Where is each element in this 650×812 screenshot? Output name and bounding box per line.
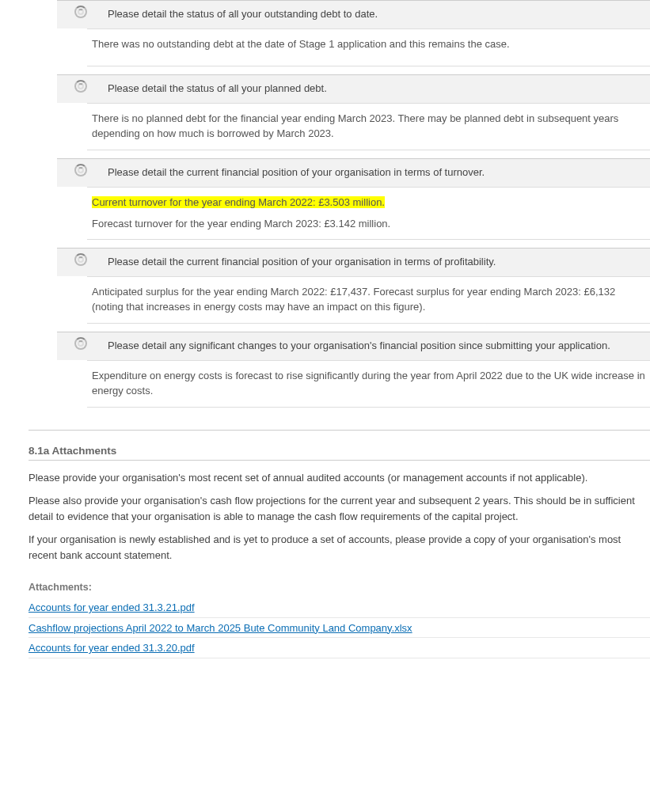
loading-icon-cell <box>57 80 105 93</box>
loading-spinner-icon <box>74 80 87 93</box>
question-text: Please detail the status of all your pla… <box>105 80 642 97</box>
qa-item: Please detail the current financial posi… <box>57 248 650 324</box>
question-text: Please detail the current financial posi… <box>105 164 642 181</box>
answer-row: Expenditure on energy costs is forecast … <box>87 360 650 408</box>
answer-row: Current turnover for the year ending Mar… <box>87 187 650 241</box>
qa-item: Please detail any significant changes to… <box>57 332 650 408</box>
question-text: Please detail any significant changes to… <box>105 337 642 355</box>
answer-row: There was no outstanding debt at the dat… <box>87 28 650 66</box>
attachments-body: Please provide your organisation's most … <box>29 460 650 658</box>
qa-item: Please detail the current financial posi… <box>57 158 650 241</box>
qa-list: Please detail the status of all your out… <box>0 0 650 408</box>
answer-text: Current turnover for the year ending Mar… <box>92 195 645 211</box>
loading-icon-cell <box>57 6 105 18</box>
answer-row: Anticipated surplus for the year ending … <box>87 276 650 324</box>
question-text: Please detail the status of all your out… <box>105 6 642 23</box>
attachments-instruction-1: Please provide your organisation's most … <box>29 470 650 486</box>
answer-text: There is no planned debt for the financi… <box>92 112 645 142</box>
qa-item: Please detail the status of all your pla… <box>57 74 650 150</box>
qa-item: Please detail the status of all your out… <box>57 0 650 66</box>
attachment-file-link[interactable]: Accounts for year ended 31.3.20.pdf <box>29 640 650 658</box>
answer-row: There is no planned debt for the financi… <box>87 103 650 150</box>
highlighted-text: Current turnover for the year ending Mar… <box>92 196 385 208</box>
loading-spinner-icon <box>74 253 87 266</box>
attachments-instruction-3: If your organisation is newly establishe… <box>29 532 650 563</box>
attachment-file-link[interactable]: Accounts for year ended 31.3.21.pdf <box>29 600 650 618</box>
attachments-list: Attachments: Accounts for year ended 31.… <box>29 580 650 658</box>
attachments-instruction-2: Please also provide your organisation's … <box>29 493 650 524</box>
form-page: Please detail the status of all your out… <box>0 0 650 692</box>
answer-text: Expenditure on energy costs is forecast … <box>92 369 645 399</box>
loading-spinner-icon <box>74 6 87 18</box>
section-divider <box>29 430 650 431</box>
question-row: Please detail any significant changes to… <box>57 332 650 360</box>
question-text: Please detail the current financial posi… <box>105 253 642 271</box>
loading-icon-cell <box>57 337 105 350</box>
loading-icon-cell <box>57 164 105 176</box>
question-row: Please detail the current financial posi… <box>57 158 650 187</box>
answer-text: There was no outstanding debt at the dat… <box>92 37 645 52</box>
loading-spinner-icon <box>74 337 87 350</box>
answer-text: Anticipated surplus for the year ending … <box>92 285 645 315</box>
attachments-list-label: Attachments: <box>29 580 650 595</box>
loading-icon-cell <box>57 253 105 266</box>
question-row: Please detail the status of all your pla… <box>57 74 650 103</box>
answer-extra-text: Forecast turnover for the year ending Ma… <box>92 217 645 232</box>
attachments-heading: 8.1a Attachments <box>29 445 650 457</box>
attachment-files: Accounts for year ended 31.3.21.pdfCashf… <box>29 600 650 658</box>
loading-spinner-icon <box>74 164 87 176</box>
attachment-file-link[interactable]: Cashflow projections April 2022 to March… <box>29 620 650 639</box>
question-row: Please detail the current financial posi… <box>57 248 650 276</box>
attachments-section: 8.1a Attachments Please provide your org… <box>29 445 650 658</box>
question-row: Please detail the status of all your out… <box>57 0 650 28</box>
